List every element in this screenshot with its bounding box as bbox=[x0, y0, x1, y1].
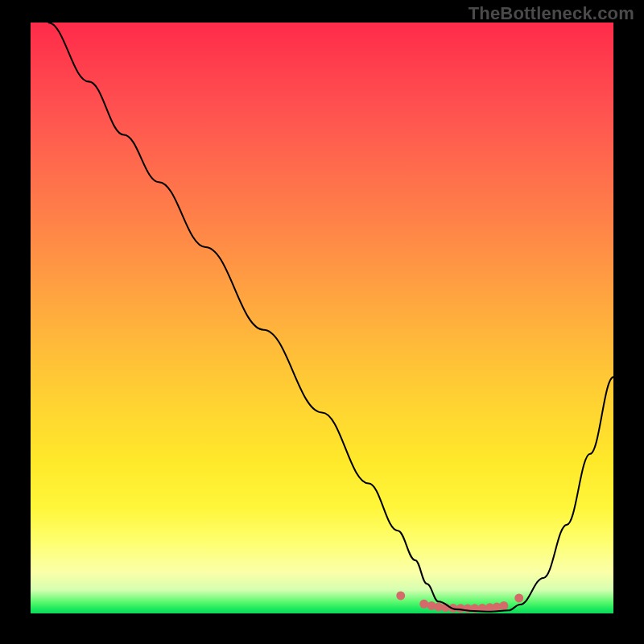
bottleneck-marker-dot bbox=[396, 591, 405, 600]
bottleneck-curve bbox=[48, 23, 613, 612]
plot-area bbox=[31, 23, 613, 613]
bottleneck-marker-dot bbox=[419, 600, 428, 609]
bottleneck-marker-dot bbox=[514, 593, 523, 602]
watermark-text: TheBottleneck.com bbox=[469, 3, 634, 24]
chart-frame: TheBottleneck.com bbox=[0, 0, 644, 644]
curve-layer bbox=[31, 23, 613, 613]
bottleneck-marker-dot bbox=[499, 601, 508, 610]
